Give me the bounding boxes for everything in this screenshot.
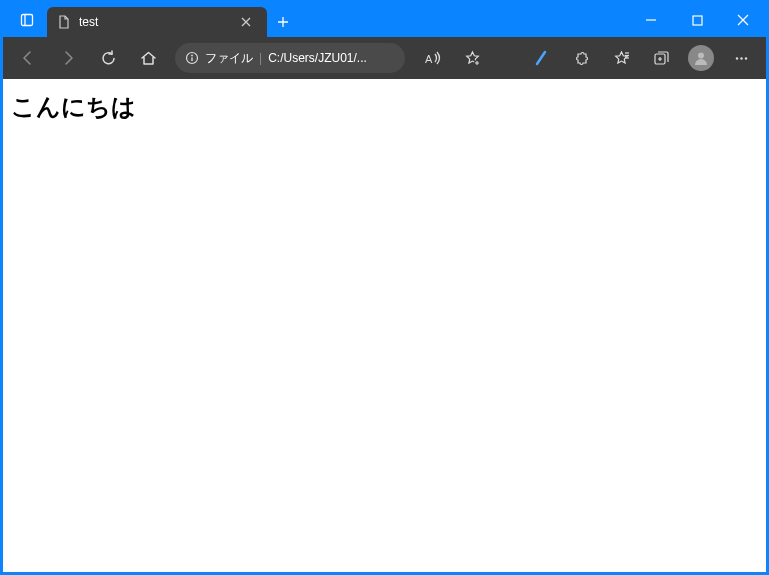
close-icon bbox=[241, 17, 251, 27]
address-scheme: ファイル bbox=[205, 50, 253, 67]
address-path: C:/Users/JZU01/... bbox=[268, 51, 395, 65]
tab-title: test bbox=[79, 15, 233, 29]
maximize-button[interactable] bbox=[674, 3, 720, 37]
page-heading: こんにちは bbox=[11, 91, 758, 123]
arrow-right-icon bbox=[59, 49, 77, 67]
favorites-button[interactable] bbox=[602, 41, 640, 75]
home-button[interactable] bbox=[129, 41, 167, 75]
info-icon bbox=[185, 51, 199, 65]
tab-actions-button[interactable] bbox=[7, 3, 47, 37]
favorites-add-button[interactable] bbox=[453, 41, 491, 75]
arrow-left-icon bbox=[19, 49, 37, 67]
more-button[interactable] bbox=[722, 41, 760, 75]
svg-point-15 bbox=[740, 57, 742, 59]
tab-actions-icon bbox=[20, 13, 34, 27]
svg-point-5 bbox=[191, 55, 193, 57]
close-window-button[interactable] bbox=[720, 3, 766, 37]
titlebar: test bbox=[3, 3, 766, 37]
collections-icon bbox=[653, 50, 670, 67]
svg-rect-0 bbox=[22, 15, 33, 26]
forward-button[interactable] bbox=[49, 41, 87, 75]
svg-point-16 bbox=[744, 57, 746, 59]
refresh-icon bbox=[100, 50, 117, 67]
home-icon bbox=[140, 50, 157, 67]
svg-point-13 bbox=[698, 53, 704, 59]
svg-text:A: A bbox=[425, 53, 433, 65]
back-button[interactable] bbox=[9, 41, 47, 75]
maximize-icon bbox=[692, 15, 703, 26]
profile-button[interactable] bbox=[682, 41, 720, 75]
read-aloud-button[interactable]: A bbox=[413, 41, 451, 75]
new-tab-button[interactable] bbox=[267, 7, 299, 37]
active-tab[interactable]: test bbox=[47, 7, 267, 37]
address-divider: | bbox=[259, 51, 262, 65]
tab-close-button[interactable] bbox=[241, 17, 257, 27]
avatar-icon bbox=[688, 45, 714, 71]
toolbar: ファイル | C:/Users/JZU01/... A bbox=[3, 37, 766, 79]
minimize-icon bbox=[645, 14, 657, 26]
window-controls bbox=[628, 3, 766, 37]
minimize-button[interactable] bbox=[628, 3, 674, 37]
slash-icon bbox=[533, 50, 549, 66]
address-bar[interactable]: ファイル | C:/Users/JZU01/... bbox=[175, 43, 405, 73]
page-icon bbox=[57, 15, 71, 29]
star-list-icon bbox=[613, 50, 630, 67]
extensions-icon bbox=[573, 50, 590, 67]
refresh-button[interactable] bbox=[89, 41, 127, 75]
svg-rect-3 bbox=[693, 16, 702, 25]
svg-point-14 bbox=[735, 57, 737, 59]
extensions-button[interactable] bbox=[562, 41, 600, 75]
clarity-button[interactable] bbox=[522, 41, 560, 75]
star-plus-icon bbox=[464, 50, 481, 67]
read-aloud-icon: A bbox=[424, 50, 441, 67]
tabstrip: test bbox=[3, 3, 299, 37]
close-icon bbox=[737, 14, 749, 26]
browser-window: test bbox=[0, 0, 769, 575]
page-content: こんにちは bbox=[3, 79, 766, 572]
dots-icon bbox=[733, 50, 750, 67]
collections-button[interactable] bbox=[642, 41, 680, 75]
plus-icon bbox=[277, 16, 289, 28]
